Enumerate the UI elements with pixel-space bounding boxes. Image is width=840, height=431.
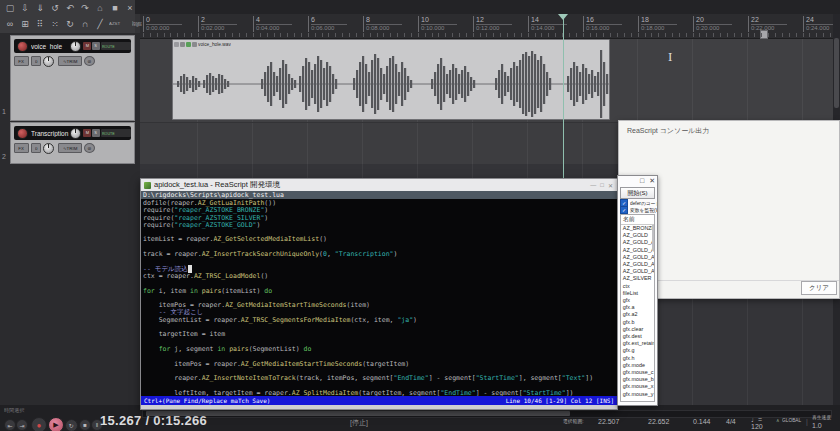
fx-button[interactable]: FX bbox=[14, 56, 29, 66]
watch-variable[interactable]: AZ_GOLD_A bbox=[621, 247, 651, 253]
horizontal-scrollbar[interactable] bbox=[142, 410, 832, 418]
code-line[interactable]: ctx = reaper.AZ_TRSC_LoadModel() bbox=[143, 273, 617, 280]
media-item-voice-hole[interactable]: voice_hole.wav bbox=[172, 39, 610, 120]
save-project-icon[interactable]: ⇩ bbox=[19, 2, 31, 14]
watch-variable[interactable]: AZ_GOLD bbox=[621, 233, 651, 239]
route-button[interactable]: ROUTE bbox=[101, 129, 131, 137]
ide-caption-buttons[interactable]: —□✕ bbox=[590, 182, 613, 189]
play-button[interactable]: ▶ bbox=[48, 417, 64, 431]
item-mute-icon[interactable] bbox=[180, 42, 185, 47]
item-lock-icon[interactable] bbox=[174, 42, 179, 47]
track-panel-transcription[interactable]: Transcription M S ROUTE FX 0 ∿TRIM ⊘ bbox=[10, 122, 135, 164]
snap-icon[interactable]: ⠿ bbox=[34, 18, 46, 30]
watch-variable[interactable]: AZ_SILVER bbox=[621, 276, 651, 282]
pan-knob[interactable] bbox=[43, 143, 54, 154]
project-settings-icon[interactable]: ⌂ bbox=[94, 2, 106, 14]
watch-variable-list[interactable]: 名前 AZ_BRONZEAZ_GOLDAZ_GOLD_AAZ_GOLD_AAZ_… bbox=[620, 214, 655, 402]
undo-icon[interactable]: ↶ bbox=[64, 2, 76, 14]
watch-variable[interactable]: AZ_GOLD_A bbox=[621, 269, 651, 275]
solo-button[interactable]: S bbox=[92, 129, 100, 137]
horizontal-scrollbar-thumb[interactable] bbox=[146, 411, 570, 416]
watch-variable[interactable]: gfx.ext_retain bbox=[621, 341, 651, 347]
global-automation-button[interactable]: ∧ GLOBAL bbox=[776, 418, 814, 427]
window-control-icon[interactable]: □ bbox=[600, 182, 604, 189]
mute-button[interactable]: M bbox=[83, 42, 91, 50]
watch-scrollbar-thumb[interactable] bbox=[652, 225, 654, 251]
watch-variable[interactable]: gfx.b bbox=[621, 319, 651, 325]
watch-variable[interactable]: fileList bbox=[621, 290, 651, 296]
window-control-icon[interactable]: — bbox=[590, 182, 596, 189]
fx-count[interactable]: 0 bbox=[31, 143, 41, 153]
track-name[interactable]: Transcription bbox=[31, 130, 70, 137]
record-arm-button[interactable] bbox=[17, 128, 28, 139]
code-line[interactable] bbox=[143, 258, 617, 265]
code-line[interactable]: require("reaper_AZSTOKE_GOLD") bbox=[143, 222, 617, 229]
watch-variable[interactable]: AZ_GOLD_A bbox=[621, 240, 651, 246]
go-to-end-button[interactable]: ⇥ bbox=[16, 419, 28, 431]
close-icon[interactable]: ✕ bbox=[649, 177, 655, 185]
lock-icon[interactable]: ∩ bbox=[79, 18, 91, 30]
code-line[interactable]: for i, item in pairs(itemList) do bbox=[143, 288, 617, 295]
watch-variable[interactable]: AZ_GOLD_A bbox=[621, 261, 651, 267]
link-icon[interactable]: ∞ bbox=[4, 18, 16, 30]
close-icon[interactable]: × bbox=[124, 2, 136, 14]
loop-icon[interactable]: ↻ bbox=[64, 18, 76, 30]
code-line[interactable]: for j, segment in pairs(SegmentList) do bbox=[143, 346, 617, 353]
code-line[interactable]: itemPos = reaper.AZ_GetMediaItemStartTim… bbox=[143, 361, 617, 368]
pan-knob[interactable] bbox=[43, 56, 54, 67]
watch-variable[interactable]: ctx bbox=[621, 283, 651, 289]
volume-knob[interactable] bbox=[70, 128, 81, 139]
fx-button[interactable]: FX bbox=[14, 143, 29, 153]
watch-variable[interactable]: gfx.g bbox=[621, 348, 651, 354]
watch-variable[interactable]: gfx.mouse_c bbox=[621, 369, 651, 375]
save-as-icon[interactable]: ⇓ bbox=[34, 2, 46, 14]
stop-button[interactable]: ■ bbox=[79, 419, 91, 431]
insert-region-button[interactable]: Inser regio bbox=[132, 22, 142, 26]
azst-button[interactable]: AZST bbox=[109, 23, 120, 25]
ide-resize-edge[interactable] bbox=[141, 405, 617, 409]
track-name[interactable]: voice_hole bbox=[31, 43, 70, 50]
code-editor[interactable]: dofile(reaper.AZ_GetLuaInitPath())requir… bbox=[141, 199, 617, 396]
code-line[interactable]: itemPos = reaper.AZ_GetMediaItemStartTim… bbox=[143, 302, 617, 309]
time-signature[interactable]: 4/4 bbox=[726, 418, 736, 425]
watch-variable[interactable]: gfx.mouse_y bbox=[621, 391, 651, 397]
clear-button[interactable]: クリア bbox=[801, 281, 837, 295]
playrate-display[interactable]: 再生速度1.0 bbox=[812, 415, 840, 429]
grid-icon[interactable]: ⊞ bbox=[19, 18, 31, 30]
sync-icon[interactable]: ↺ bbox=[49, 2, 61, 14]
playhead-marker[interactable] bbox=[558, 14, 568, 20]
inactive-square-icon[interactable]: ■ bbox=[109, 2, 121, 14]
time-selection-marker[interactable] bbox=[760, 30, 768, 39]
timeline-ruler[interactable]: 00:00.00020:02.00040:04.00060:06.00080:0… bbox=[140, 14, 833, 39]
env-button[interactable]: ⊘ bbox=[84, 56, 95, 66]
tempo-display[interactable]: ♩=120 bbox=[751, 416, 763, 430]
watch-variable[interactable]: gfx.a2 bbox=[621, 312, 651, 318]
env-button[interactable]: ⊘ bbox=[84, 143, 95, 153]
selection-end[interactable]: 22.652 bbox=[648, 418, 669, 425]
watch-variable[interactable]: gfx.clear bbox=[621, 326, 651, 332]
dots-grid-icon[interactable]: ⁙ bbox=[49, 18, 61, 30]
repeat-button[interactable]: ↻ bbox=[65, 419, 78, 431]
watch-variable[interactable]: gfx.mode bbox=[621, 362, 651, 368]
volume-knob[interactable] bbox=[70, 41, 81, 52]
watch-variable[interactable]: AZ_BRONZE bbox=[621, 225, 651, 231]
window-control-icon[interactable]: ✕ bbox=[608, 182, 613, 189]
checkbox-icon[interactable]: ✓ bbox=[620, 206, 628, 214]
code-line[interactable]: track = reaper.AZ_InsertTrackSearchUniqu… bbox=[143, 251, 617, 258]
watch-variable[interactable]: gfx.dest bbox=[621, 333, 651, 339]
watch-variable[interactable]: gfx.a bbox=[621, 305, 651, 311]
new-project-icon[interactable]: ▢ bbox=[4, 2, 16, 14]
solo-button[interactable]: S bbox=[92, 42, 100, 50]
code-line[interactable]: reaper.AZ_InsertNoteItemToTrack(track, i… bbox=[143, 375, 617, 382]
pencil-icon[interactable]: ╱ bbox=[94, 18, 106, 30]
transport-time-display[interactable]: 15.267 / 0:15.266 bbox=[100, 413, 207, 428]
watch-variable[interactable]: gfx.mouse_b bbox=[621, 377, 651, 383]
item-notes-icon[interactable] bbox=[192, 42, 197, 47]
record-arm-button[interactable] bbox=[17, 41, 28, 52]
code-line[interactable]: SegmentList = reaper.AZ_TRSC_SegmentsFor… bbox=[143, 317, 617, 324]
route-button[interactable]: ROUTE bbox=[101, 42, 131, 50]
start-button[interactable]: 開始(S) bbox=[620, 187, 655, 199]
watch-variable[interactable]: gfx.h bbox=[621, 355, 651, 361]
go-to-start-button[interactable]: ⇤ bbox=[4, 419, 16, 431]
vertical-scrollbar-thumb[interactable] bbox=[834, 38, 839, 108]
